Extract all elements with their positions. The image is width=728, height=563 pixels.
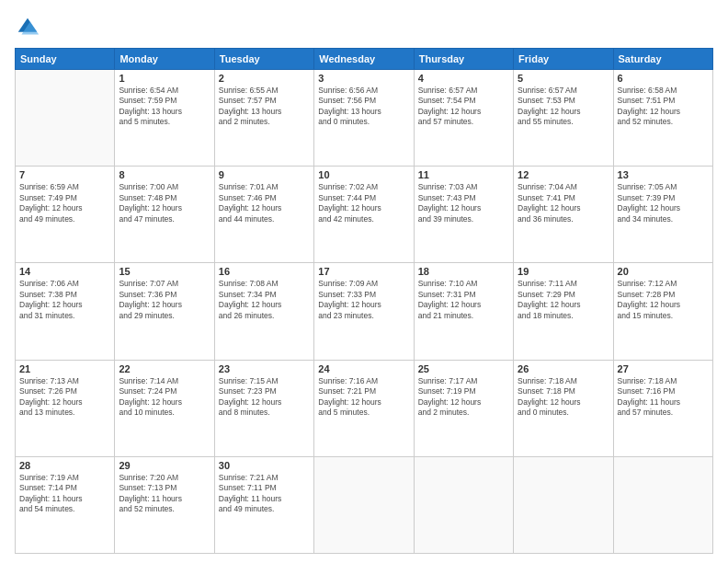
calendar-cell: 21Sunrise: 7:13 AM Sunset: 7:26 PM Dayli… xyxy=(16,360,115,456)
day-info: Sunrise: 7:10 AM Sunset: 7:31 PM Dayligh… xyxy=(418,279,509,321)
calendar-cell: 22Sunrise: 7:14 AM Sunset: 7:24 PM Dayli… xyxy=(115,360,214,456)
calendar-cell: 5Sunrise: 6:57 AM Sunset: 7:53 PM Daylig… xyxy=(514,70,613,167)
calendar-cell: 16Sunrise: 7:08 AM Sunset: 7:34 PM Dayli… xyxy=(214,263,313,360)
calendar-cell: 13Sunrise: 7:05 AM Sunset: 7:39 PM Dayli… xyxy=(613,167,712,263)
day-info: Sunrise: 7:11 AM Sunset: 7:29 PM Dayligh… xyxy=(518,279,609,321)
day-header-thursday: Thursday xyxy=(414,49,513,70)
day-number: 13 xyxy=(618,169,709,180)
day-info: Sunrise: 7:09 AM Sunset: 7:33 PM Dayligh… xyxy=(318,279,409,321)
calendar-cell: 30Sunrise: 7:21 AM Sunset: 7:11 PM Dayli… xyxy=(214,456,313,553)
day-number: 26 xyxy=(518,363,609,374)
calendar: SundayMondayTuesdayWednesdayThursdayFrid… xyxy=(15,48,713,554)
day-number: 15 xyxy=(119,266,210,277)
day-number: 19 xyxy=(518,266,609,277)
day-info: Sunrise: 6:54 AM Sunset: 7:59 PM Dayligh… xyxy=(119,86,210,128)
day-number: 8 xyxy=(119,169,210,180)
calendar-cell: 7Sunrise: 6:59 AM Sunset: 7:49 PM Daylig… xyxy=(16,167,115,263)
calendar-cell: 23Sunrise: 7:15 AM Sunset: 7:23 PM Dayli… xyxy=(214,360,313,456)
calendar-cell: 1Sunrise: 6:54 AM Sunset: 7:59 PM Daylig… xyxy=(115,70,214,167)
day-number: 18 xyxy=(418,266,509,277)
logo xyxy=(15,15,44,40)
day-number: 27 xyxy=(618,363,709,374)
day-number: 29 xyxy=(119,460,210,471)
day-number: 6 xyxy=(618,73,709,84)
calendar-cell: 8Sunrise: 7:00 AM Sunset: 7:48 PM Daylig… xyxy=(115,167,214,263)
day-info: Sunrise: 7:19 AM Sunset: 7:14 PM Dayligh… xyxy=(19,473,110,515)
calendar-cell: 11Sunrise: 7:03 AM Sunset: 7:43 PM Dayli… xyxy=(414,167,513,263)
day-number: 25 xyxy=(418,363,509,374)
calendar-cell: 14Sunrise: 7:06 AM Sunset: 7:38 PM Dayli… xyxy=(16,263,115,360)
day-info: Sunrise: 7:05 AM Sunset: 7:39 PM Dayligh… xyxy=(618,182,709,224)
day-info: Sunrise: 7:16 AM Sunset: 7:21 PM Dayligh… xyxy=(318,376,409,419)
day-number: 16 xyxy=(219,266,310,277)
calendar-header-row: SundayMondayTuesdayWednesdayThursdayFrid… xyxy=(16,49,713,70)
calendar-cell: 3Sunrise: 6:56 AM Sunset: 7:56 PM Daylig… xyxy=(314,70,414,167)
day-number: 2 xyxy=(219,73,310,84)
day-info: Sunrise: 7:18 AM Sunset: 7:16 PM Dayligh… xyxy=(618,376,709,419)
week-row-4: 28Sunrise: 7:19 AM Sunset: 7:14 PM Dayli… xyxy=(16,456,713,553)
day-number: 28 xyxy=(19,460,110,471)
day-info: Sunrise: 7:18 AM Sunset: 7:18 PM Dayligh… xyxy=(518,376,609,419)
calendar-cell: 15Sunrise: 7:07 AM Sunset: 7:36 PM Dayli… xyxy=(115,263,214,360)
day-info: Sunrise: 6:57 AM Sunset: 7:53 PM Dayligh… xyxy=(518,86,609,128)
calendar-cell: 29Sunrise: 7:20 AM Sunset: 7:13 PM Dayli… xyxy=(115,456,214,553)
calendar-cell: 27Sunrise: 7:18 AM Sunset: 7:16 PM Dayli… xyxy=(613,360,712,456)
day-info: Sunrise: 7:01 AM Sunset: 7:46 PM Dayligh… xyxy=(219,182,310,224)
day-number: 5 xyxy=(518,73,609,84)
calendar-cell xyxy=(613,456,712,553)
day-info: Sunrise: 7:13 AM Sunset: 7:26 PM Dayligh… xyxy=(19,376,110,419)
day-info: Sunrise: 7:06 AM Sunset: 7:38 PM Dayligh… xyxy=(19,279,110,321)
calendar-cell: 20Sunrise: 7:12 AM Sunset: 7:28 PM Dayli… xyxy=(613,263,712,360)
day-info: Sunrise: 6:59 AM Sunset: 7:49 PM Dayligh… xyxy=(19,182,110,224)
day-info: Sunrise: 6:58 AM Sunset: 7:51 PM Dayligh… xyxy=(618,86,709,128)
calendar-cell: 25Sunrise: 7:17 AM Sunset: 7:19 PM Dayli… xyxy=(414,360,513,456)
day-header-friday: Friday xyxy=(514,49,613,70)
day-header-sunday: Sunday xyxy=(16,49,115,70)
calendar-cell xyxy=(16,70,115,167)
day-info: Sunrise: 7:14 AM Sunset: 7:24 PM Dayligh… xyxy=(119,376,210,419)
calendar-cell xyxy=(314,456,414,553)
calendar-cell xyxy=(514,456,613,553)
day-info: Sunrise: 7:04 AM Sunset: 7:41 PM Dayligh… xyxy=(518,182,609,224)
day-info: Sunrise: 7:20 AM Sunset: 7:13 PM Dayligh… xyxy=(119,473,210,515)
day-number: 22 xyxy=(119,363,210,374)
calendar-cell: 18Sunrise: 7:10 AM Sunset: 7:31 PM Dayli… xyxy=(414,263,513,360)
week-row-1: 7Sunrise: 6:59 AM Sunset: 7:49 PM Daylig… xyxy=(16,167,713,263)
day-info: Sunrise: 6:56 AM Sunset: 7:56 PM Dayligh… xyxy=(318,86,409,128)
day-number: 17 xyxy=(318,266,409,277)
day-number: 23 xyxy=(219,363,310,374)
day-info: Sunrise: 6:55 AM Sunset: 7:57 PM Dayligh… xyxy=(219,86,310,128)
day-number: 21 xyxy=(19,363,110,374)
calendar-cell: 2Sunrise: 6:55 AM Sunset: 7:57 PM Daylig… xyxy=(214,70,313,167)
day-info: Sunrise: 6:57 AM Sunset: 7:54 PM Dayligh… xyxy=(418,86,509,128)
day-info: Sunrise: 7:08 AM Sunset: 7:34 PM Dayligh… xyxy=(219,279,310,321)
calendar-cell: 9Sunrise: 7:01 AM Sunset: 7:46 PM Daylig… xyxy=(214,167,313,263)
day-info: Sunrise: 7:17 AM Sunset: 7:19 PM Dayligh… xyxy=(418,376,509,419)
week-row-2: 14Sunrise: 7:06 AM Sunset: 7:38 PM Dayli… xyxy=(16,263,713,360)
day-number: 9 xyxy=(219,169,310,180)
day-number: 11 xyxy=(418,169,509,180)
day-info: Sunrise: 7:07 AM Sunset: 7:36 PM Dayligh… xyxy=(119,279,210,321)
day-number: 30 xyxy=(219,460,310,471)
week-row-3: 21Sunrise: 7:13 AM Sunset: 7:26 PM Dayli… xyxy=(16,360,713,456)
calendar-cell: 12Sunrise: 7:04 AM Sunset: 7:41 PM Dayli… xyxy=(514,167,613,263)
calendar-cell: 28Sunrise: 7:19 AM Sunset: 7:14 PM Dayli… xyxy=(16,456,115,553)
day-number: 4 xyxy=(418,73,509,84)
week-row-0: 1Sunrise: 6:54 AM Sunset: 7:59 PM Daylig… xyxy=(16,70,713,167)
day-info: Sunrise: 7:15 AM Sunset: 7:23 PM Dayligh… xyxy=(219,376,310,419)
calendar-cell: 6Sunrise: 6:58 AM Sunset: 7:51 PM Daylig… xyxy=(613,70,712,167)
calendar-cell: 26Sunrise: 7:18 AM Sunset: 7:18 PM Dayli… xyxy=(514,360,613,456)
day-number: 10 xyxy=(318,169,409,180)
calendar-cell xyxy=(414,456,513,553)
header xyxy=(15,15,713,40)
day-header-tuesday: Tuesday xyxy=(214,49,313,70)
day-header-monday: Monday xyxy=(115,49,214,70)
day-number: 12 xyxy=(518,169,609,180)
day-number: 24 xyxy=(318,363,409,374)
calendar-cell: 17Sunrise: 7:09 AM Sunset: 7:33 PM Dayli… xyxy=(314,263,414,360)
day-info: Sunrise: 7:03 AM Sunset: 7:43 PM Dayligh… xyxy=(418,182,509,224)
logo-icon xyxy=(15,15,40,40)
day-info: Sunrise: 7:21 AM Sunset: 7:11 PM Dayligh… xyxy=(219,473,310,515)
day-info: Sunrise: 7:00 AM Sunset: 7:48 PM Dayligh… xyxy=(119,182,210,224)
calendar-cell: 24Sunrise: 7:16 AM Sunset: 7:21 PM Dayli… xyxy=(314,360,414,456)
